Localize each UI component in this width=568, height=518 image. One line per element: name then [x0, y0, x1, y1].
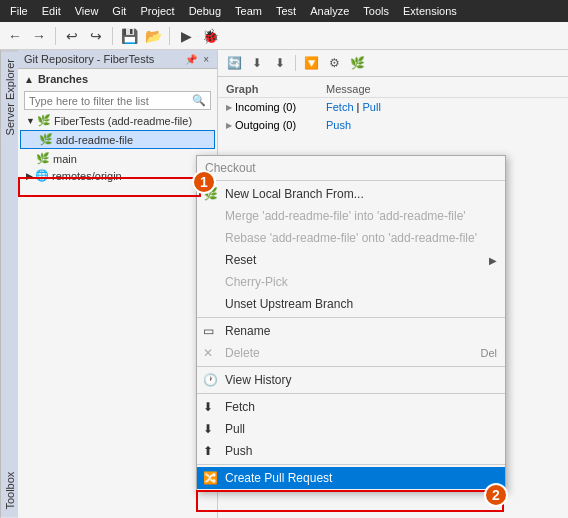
menu-extensions[interactable]: Extensions — [397, 3, 463, 19]
push-icon: ⬆ — [203, 444, 213, 458]
filter-input[interactable] — [29, 95, 192, 107]
menu-bar: File Edit View Git Project Debug Team Te… — [4, 3, 463, 19]
back-button[interactable]: ← — [4, 25, 26, 47]
ctx-merge: Merge 'add-readme-file' into 'add-readme… — [197, 205, 505, 227]
graph-col-header: Graph — [226, 83, 326, 95]
ctx-push[interactable]: ⬆ Push — [197, 440, 505, 462]
refresh-button[interactable]: 🔄 — [224, 53, 244, 73]
incoming-row[interactable]: ▶ Incoming (0) Fetch | Pull — [218, 98, 568, 116]
delete-icon: ✕ — [203, 346, 213, 360]
menu-debug[interactable]: Debug — [183, 3, 227, 19]
menu-analyze[interactable]: Analyze — [304, 3, 355, 19]
open-button[interactable]: 📂 — [142, 25, 164, 47]
outgoing-row[interactable]: ▶ Outgoing (0) Push — [218, 116, 568, 134]
outgoing-label-wrap: ▶ Outgoing (0) — [226, 119, 326, 131]
selected-branch-item[interactable]: 🌿 add-readme-file — [20, 130, 215, 149]
redo-button[interactable]: ↪ — [85, 25, 107, 47]
outgoing-actions: Push — [326, 119, 560, 131]
ctx-rename[interactable]: ▭ Rename — [197, 320, 505, 342]
ctx-sep-2 — [197, 366, 505, 367]
ctx-sep-1 — [197, 317, 505, 318]
right-toolbar: 🔄 ⬇ ⬇ 🔽 ⚙ 🌿 — [218, 50, 568, 77]
repo-tree-item[interactable]: ▼ 🌿 FiberTests (add-readme-file) — [18, 112, 217, 129]
message-col-header: Message — [326, 83, 560, 95]
menu-git[interactable]: Git — [106, 3, 132, 19]
filter-box[interactable]: 🔍 — [24, 91, 211, 110]
run-button[interactable]: ▶ — [175, 25, 197, 47]
menu-view[interactable]: View — [69, 3, 105, 19]
remotes-tree-item[interactable]: ▶ 🌐 remotes/origin — [18, 167, 217, 184]
context-menu: Checkout 🌿 New Local Branch From... Merg… — [196, 155, 506, 492]
git-panel-close-button[interactable]: × — [201, 54, 211, 65]
outgoing-arrow: ▶ — [226, 121, 232, 130]
menu-file[interactable]: File — [4, 3, 34, 19]
separator-1 — [55, 27, 56, 45]
right-separator — [295, 55, 296, 71]
incoming-label: Incoming (0) — [235, 101, 296, 113]
pull-btn[interactable]: ⬇ — [270, 53, 290, 73]
outgoing-label: Outgoing (0) — [235, 119, 296, 131]
ctx-unset-upstream[interactable]: Unset Upstream Branch — [197, 293, 505, 315]
incoming-actions: Fetch | Pull — [326, 101, 560, 113]
repo-expand-arrow: ▼ — [26, 116, 35, 126]
selected-branch-label: add-readme-file — [56, 134, 133, 146]
settings-btn[interactable]: ⚙ — [324, 53, 344, 73]
ctx-new-local-branch[interactable]: 🌿 New Local Branch From... — [197, 183, 505, 205]
ctx-sep-0 — [197, 180, 505, 181]
fetch-btn[interactable]: ⬇ — [247, 53, 267, 73]
incoming-label-wrap: ▶ Incoming (0) — [226, 101, 326, 113]
ctx-delete: ✕ Delete Del — [197, 342, 505, 364]
push-link[interactable]: Push — [326, 119, 351, 131]
checkout-label: Checkout — [197, 158, 505, 178]
separator-2 — [112, 27, 113, 45]
callout-badge-1: 1 — [192, 170, 216, 194]
repo-icon: 🌿 — [37, 114, 51, 127]
branch-btn[interactable]: 🌿 — [347, 53, 367, 73]
main-toolbar: ← → ↩ ↪ 💾 📂 ▶ 🐞 — [0, 22, 568, 50]
branch-icon: 🌿 — [39, 133, 53, 146]
main-branch-icon: 🌿 — [36, 152, 50, 165]
ctx-pull[interactable]: ⬇ Pull — [197, 418, 505, 440]
fetch-icon: ⬇ — [203, 400, 213, 414]
remotes-icon: 🌐 — [35, 169, 49, 182]
ctx-fetch[interactable]: ⬇ Fetch — [197, 396, 505, 418]
graph-table: Graph Message ▶ Incoming (0) Fetch | Pul… — [218, 77, 568, 138]
undo-button[interactable]: ↩ — [61, 25, 83, 47]
server-explorer-tab[interactable]: Server Explorer — [0, 50, 18, 143]
title-bar: File Edit View Git Project Debug Team Te… — [0, 0, 568, 22]
menu-test[interactable]: Test — [270, 3, 302, 19]
menu-project[interactable]: Project — [134, 3, 180, 19]
branches-arrow: ▲ — [24, 74, 34, 85]
forward-button[interactable]: → — [28, 25, 50, 47]
git-panel-content: ▲ Branches 🔍 ▼ 🌿 FiberTests (add-readme-… — [18, 69, 217, 518]
ctx-cherry-pick: Cherry-Pick — [197, 271, 505, 293]
history-icon: 🕐 — [203, 373, 218, 387]
git-panel: Git Repository - FiberTests 📌 × ▲ Branch… — [18, 50, 218, 518]
fetch-link[interactable]: Fetch — [326, 101, 354, 113]
search-icon: 🔍 — [192, 94, 206, 107]
filter-btn[interactable]: 🔽 — [301, 53, 321, 73]
toolbox-tab[interactable]: Toolbox — [0, 143, 18, 518]
debug-button[interactable]: 🐞 — [199, 25, 221, 47]
main-branch-label: main — [53, 153, 77, 165]
ctx-reset[interactable]: Reset ▶ — [197, 249, 505, 271]
git-panel-header-buttons: 📌 × — [183, 54, 211, 65]
ctx-view-history[interactable]: 🕐 View History — [197, 369, 505, 391]
ctx-sep-3 — [197, 393, 505, 394]
main-branch-item[interactable]: 🌿 main — [18, 150, 217, 167]
side-labels: Server Explorer Toolbox — [0, 50, 18, 518]
pull-link[interactable]: Pull — [363, 101, 381, 113]
save-button[interactable]: 💾 — [118, 25, 140, 47]
git-panel-title: Git Repository - FiberTests — [24, 53, 154, 65]
git-panel-pin-button[interactable]: 📌 — [183, 54, 199, 65]
incoming-arrow: ▶ — [226, 103, 232, 112]
branches-header: ▲ Branches — [18, 69, 217, 89]
ctx-create-pr[interactable]: 🔀 Create Pull Request — [197, 467, 505, 489]
menu-edit[interactable]: Edit — [36, 3, 67, 19]
rename-icon: ▭ — [203, 324, 214, 338]
ctx-rebase: Rebase 'add-readme-file' onto 'add-readm… — [197, 227, 505, 249]
menu-team[interactable]: Team — [229, 3, 268, 19]
menu-tools[interactable]: Tools — [357, 3, 395, 19]
ctx-sep-4 — [197, 464, 505, 465]
create-pr-icon: 🔀 — [203, 471, 218, 485]
